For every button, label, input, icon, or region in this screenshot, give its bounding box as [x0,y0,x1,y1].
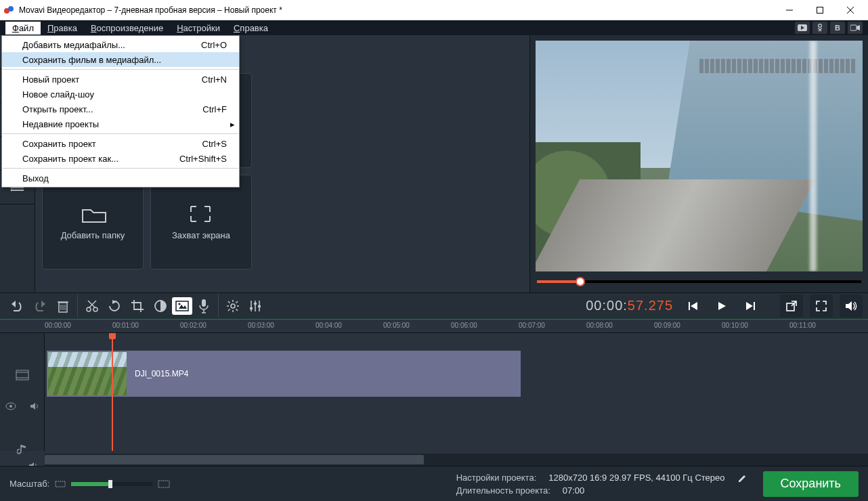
menu-save-project-as[interactable]: Сохранить проект как...Ctrl+Shift+S [2,151,239,166]
svg-marker-10 [856,25,860,30]
svg-marker-26 [41,301,45,307]
svg-marker-39 [179,305,187,309]
menu-file[interactable]: Файл [5,22,41,35]
timeline-scrollbar[interactable] [45,454,868,466]
svg-rect-3 [817,7,823,13]
svg-point-42 [231,304,235,308]
svg-marker-70 [29,462,34,466]
menu-edit[interactable]: Правка [41,22,84,35]
menu-save-project[interactable]: Сохранить проектCtrl+S [2,136,239,151]
playhead[interactable] [112,333,113,451]
redo-button[interactable] [28,295,51,318]
folder-icon [81,204,105,223]
close-button[interactable] [835,0,865,20]
playback-controls [684,297,760,315]
track-labels [0,333,45,451]
clip-name: DJI_0015.MP4 [135,369,188,378]
clip-props-button[interactable] [172,297,192,315]
app-logo [3,4,15,16]
svg-point-40 [178,303,180,305]
svg-marker-58 [691,302,697,310]
delete-button[interactable] [51,295,74,318]
svg-rect-60 [754,302,755,310]
zoom-in-icon [158,479,170,489]
timeline: DJI_0015.MP4 [0,333,868,466]
social-vk-icon[interactable]: B [830,22,845,34]
menu-settings[interactable]: Настройки [170,22,227,35]
menu-help[interactable]: Справка [227,22,275,35]
menu-export-movie[interactable]: Сохранить фильм в медиафайл... [2,52,239,67]
maximize-button[interactable] [804,0,835,20]
project-duration-value: 07:00 [563,485,585,496]
fullscreen-button[interactable] [810,295,833,318]
video-visibility-icons[interactable] [0,399,45,413]
toolbar: 00:00:57.275 [0,292,868,320]
popout-button[interactable] [780,295,803,318]
svg-point-68 [9,405,12,408]
svg-rect-64 [16,370,28,380]
svg-rect-55 [254,303,257,305]
next-frame-button[interactable] [741,297,760,315]
rotate-button[interactable] [103,295,126,318]
menu-play[interactable]: Воспроизведение [84,22,170,35]
video-track-icon [0,367,45,383]
timeline-ruler[interactable]: 00:00:0000:01:0000:02:0000:03:0000:04:00… [0,320,868,333]
menubar: Файл Правка Воспроизведение Настройки Сп… [0,20,868,35]
menu-exit[interactable]: Выход [2,171,239,186]
svg-rect-41 [202,299,206,307]
svg-line-49 [236,301,238,303]
zoom-out-icon [55,479,66,489]
minimize-button[interactable] [774,0,804,20]
svg-line-47 [228,301,230,303]
capture-icon [189,204,213,223]
color-button[interactable] [149,295,172,318]
volume-button[interactable] [840,295,863,318]
tile-add-folder[interactable]: Добавить папку [42,175,144,269]
titlebar: Movavi Видеоредактор – 7-дневная пробная… [0,0,868,20]
edit-settings-icon[interactable] [737,473,747,482]
mic-button[interactable] [192,295,215,318]
save-button[interactable]: Сохранить [763,471,859,497]
social-youtube-icon[interactable] [795,22,810,34]
menu-open-project[interactable]: Открыть проект...Ctrl+F [2,102,239,116]
svg-line-48 [236,309,238,311]
svg-rect-9 [850,25,856,30]
play-button[interactable] [712,297,731,315]
tile-capture-label: Захват экрана [172,230,230,240]
video-track[interactable]: DJI_0015.MP4 [45,351,868,397]
prev-frame-button[interactable] [684,297,703,315]
svg-rect-72 [158,481,169,487]
menu-new-project[interactable]: Новый проектCtrl+N [2,72,239,87]
svg-marker-25 [12,301,16,307]
statusbar: Масштаб: Настройки проекта: 1280x720 16:… [0,466,868,501]
menu-add-media[interactable]: Добавить медиафайлы...Ctrl+O [2,37,239,52]
undo-button[interactable] [5,295,28,318]
social-ok-icon[interactable] [812,22,827,34]
audio-mute-icon[interactable] [0,459,45,466]
scrub-bar[interactable] [537,275,861,288]
svg-rect-56 [258,305,261,307]
settings-gear-button[interactable] [218,295,244,318]
svg-rect-71 [56,481,65,487]
menu-new-slideshow[interactable]: Новое слайд-шоу [2,87,239,102]
zoom-label: Масштаб: [9,479,49,489]
timecode: 00:00:57.275 [586,298,673,314]
svg-rect-57 [689,302,690,310]
clip-thumbnail [48,352,127,395]
svg-marker-61 [746,302,753,310]
social-cam-icon[interactable] [848,22,863,34]
project-settings-value: 1280x720 16:9 29.97 FPS, 44100 Гц Стерео [548,473,724,483]
zoom-slider[interactable] [55,479,170,489]
svg-marker-36 [112,300,116,304]
preview-video[interactable] [536,41,863,271]
svg-point-21 [11,189,13,191]
crop-button[interactable] [126,295,149,318]
tile-capture-screen[interactable]: Захват экрана [150,175,252,269]
clip[interactable]: DJI_0015.MP4 [47,351,521,397]
project-settings-label: Настройки проекта: [456,473,537,483]
svg-line-50 [228,309,230,311]
svg-marker-69 [30,403,35,410]
equalizer-button[interactable] [244,295,267,318]
menu-recent-projects[interactable]: Недавние проекты▸ [2,116,239,131]
cut-button[interactable] [77,295,103,318]
